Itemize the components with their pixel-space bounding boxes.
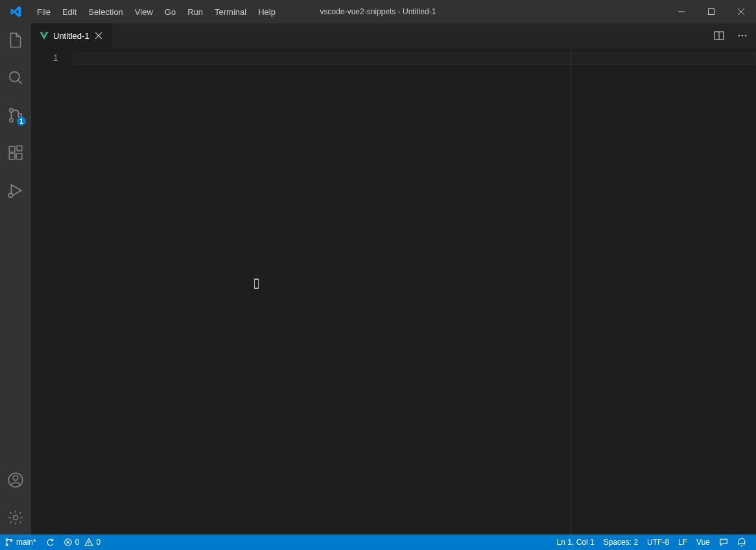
- svg-rect-8: [16, 154, 22, 159]
- status-eol[interactable]: LF: [674, 534, 692, 550]
- menu-terminal[interactable]: Terminal: [209, 0, 252, 23]
- status-cursor-position[interactable]: Ln 1, Col 1: [552, 534, 599, 550]
- svg-point-18: [745, 35, 747, 37]
- search-icon[interactable]: [0, 65, 31, 91]
- app-window: File Edit Selection View Go Run Terminal…: [0, 0, 756, 550]
- extensions-icon[interactable]: [0, 140, 31, 166]
- tab-untitled-1[interactable]: Untitled-1: [31, 23, 112, 48]
- window-maximize-button[interactable]: [696, 0, 726, 23]
- source-control-badge: 1: [17, 117, 26, 126]
- run-debug-icon[interactable]: [0, 178, 31, 203]
- line-number: 1: [31, 52, 73, 65]
- svg-point-19: [6, 538, 8, 540]
- warning-count: 0: [96, 538, 100, 547]
- status-bar-right: Ln 1, Col 1 Spaces: 2 UTF-8 LF Vue: [552, 534, 751, 550]
- editor-ruler: [571, 48, 571, 534]
- line-number-gutter: 1: [31, 48, 73, 534]
- current-line-highlight: [73, 52, 756, 65]
- language-label: Vue: [696, 538, 710, 547]
- menu-file[interactable]: File: [31, 0, 56, 23]
- menu-label: View: [135, 7, 153, 17]
- svg-point-10: [8, 193, 13, 198]
- menu-label: Edit: [62, 7, 77, 17]
- status-sync-button[interactable]: [41, 534, 59, 550]
- tab-bar: Untitled-1: [31, 23, 756, 48]
- titlebar: File Edit Selection View Go Run Terminal…: [0, 0, 756, 23]
- svg-point-2: [10, 72, 19, 82]
- svg-rect-9: [17, 146, 22, 151]
- svg-point-17: [742, 35, 744, 37]
- editor-body[interactable]: 1: [31, 48, 756, 534]
- tab-close-button[interactable]: [93, 30, 104, 41]
- menu-help[interactable]: Help: [252, 0, 281, 23]
- vue-icon: [39, 30, 49, 41]
- activity-bar-top: 1: [0, 27, 31, 203]
- svg-point-13: [14, 516, 18, 520]
- svg-rect-7: [9, 154, 15, 159]
- status-feedback-button[interactable]: [715, 534, 733, 550]
- menu-edit[interactable]: Edit: [56, 0, 82, 23]
- cursor-pos-label: Ln 1, Col 1: [557, 538, 595, 547]
- window-minimize-button[interactable]: [667, 0, 696, 23]
- code-area[interactable]: [73, 48, 756, 534]
- account-icon[interactable]: [0, 467, 31, 493]
- status-problems[interactable]: 0 0: [59, 534, 105, 550]
- indent-label: Spaces: 2: [604, 538, 638, 547]
- menu-go[interactable]: Go: [159, 0, 182, 23]
- error-count: 0: [75, 538, 80, 547]
- text-cursor-icon: [254, 279, 259, 289]
- editor-region: Untitled-1: [31, 23, 756, 534]
- menu-label: Run: [187, 7, 203, 17]
- menu-selection[interactable]: Selection: [82, 0, 128, 23]
- svg-rect-1: [709, 9, 715, 15]
- menu-run[interactable]: Run: [182, 0, 209, 23]
- menu-label: Go: [165, 7, 176, 17]
- eol-label: LF: [678, 538, 687, 547]
- status-encoding[interactable]: UTF-8: [643, 534, 674, 550]
- menu-bar: File Edit Selection View Go Run Terminal…: [31, 0, 281, 23]
- menu-label: Help: [258, 7, 276, 17]
- status-indentation[interactable]: Spaces: 2: [599, 534, 643, 550]
- main-body: 1: [0, 23, 756, 534]
- svg-point-3: [10, 109, 13, 112]
- menu-label: File: [37, 7, 51, 17]
- explorer-icon[interactable]: [0, 27, 31, 53]
- branch-name: main*: [16, 538, 36, 547]
- svg-rect-0: [678, 12, 685, 12]
- menu-view[interactable]: View: [129, 0, 159, 23]
- menu-label: Terminal: [215, 7, 246, 17]
- status-branch[interactable]: main*: [0, 534, 41, 550]
- svg-point-12: [13, 476, 18, 481]
- svg-point-20: [6, 544, 8, 546]
- menu-label: Selection: [88, 7, 123, 17]
- gear-icon[interactable]: [0, 505, 31, 531]
- tab-label: Untitled-1: [53, 31, 89, 41]
- window-controls: [667, 0, 756, 23]
- status-notifications-button[interactable]: [733, 534, 751, 550]
- svg-rect-6: [9, 146, 15, 152]
- status-bar-left: main* 0 0: [0, 534, 105, 550]
- tab-actions: [711, 23, 756, 48]
- source-control-icon[interactable]: 1: [0, 102, 31, 128]
- window-close-button[interactable]: [726, 0, 756, 23]
- vscode-logo-icon: [0, 6, 31, 17]
- activity-bar-bottom: [0, 467, 31, 531]
- status-language-mode[interactable]: Vue: [692, 534, 715, 550]
- svg-point-16: [738, 35, 740, 37]
- encoding-label: UTF-8: [647, 538, 669, 547]
- status-bar: main* 0 0 Ln 1, Col 1 Spaces: 2 UTF-8 LF…: [0, 534, 756, 550]
- more-actions-button[interactable]: [734, 27, 751, 44]
- activity-bar: 1: [0, 23, 31, 534]
- svg-point-4: [10, 119, 13, 122]
- split-editor-button[interactable]: [711, 27, 727, 44]
- tabs-container: Untitled-1: [31, 23, 112, 48]
- window-title: vscode-vue2-snippets - Untitled-1: [320, 7, 436, 16]
